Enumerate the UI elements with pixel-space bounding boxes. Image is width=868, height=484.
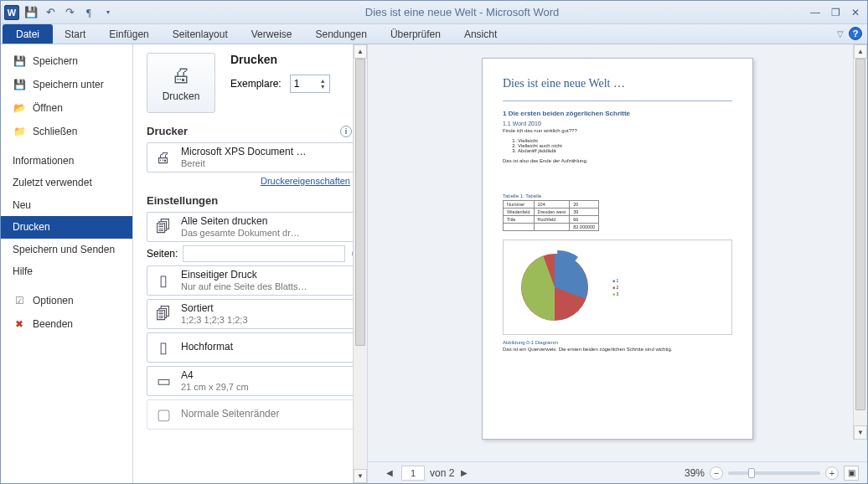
doc-table: Nummer10420 WiedenfeldDresden west39 Tit… xyxy=(503,200,599,231)
printer-select[interactable]: 🖨 Microsoft XPS Document … Bereit ▼ xyxy=(147,142,364,172)
zoom-in-button[interactable]: + xyxy=(825,466,839,480)
close-doc-icon: 📁 xyxy=(13,125,26,138)
collate-icon: 🗐 xyxy=(152,303,174,325)
show-marks-button[interactable]: ¶ xyxy=(80,3,98,22)
tab-mailings[interactable]: Sendungen xyxy=(303,24,378,44)
doc-title: Dies ist eine neue Welt … xyxy=(503,77,732,90)
collate-select[interactable]: 🗐 Sortiert1;2;3 1;2;3 1;2;3 ▼ xyxy=(147,299,364,329)
nav-exit-label: Beenden xyxy=(33,318,73,330)
page-total-label: von 2 xyxy=(430,467,454,479)
quick-access-toolbar: W 💾 ↶ ↷ ¶ ▾ xyxy=(4,3,117,22)
fit-to-window-button[interactable]: ▣ xyxy=(844,466,859,481)
scroll-up-button[interactable]: ▲ xyxy=(854,44,867,59)
pages-input[interactable] xyxy=(183,245,345,262)
nav-print[interactable]: Drucken xyxy=(1,216,132,238)
redo-button[interactable]: ↷ xyxy=(60,3,79,22)
save-icon: 💾 xyxy=(13,54,26,68)
printer-properties-link[interactable]: Druckereigenschaften xyxy=(147,176,350,186)
printer-section-heading: Drucker xyxy=(147,125,188,137)
preview-status-bar: ◀ 1 von 2 ▶ 39% − + ▣ xyxy=(368,461,867,483)
nav-info-label: Informationen xyxy=(13,155,74,167)
nav-exit[interactable]: ✖Beenden xyxy=(1,312,132,336)
nav-save-label: Speichern xyxy=(33,55,78,67)
copies-input[interactable]: 1 ▲▼ xyxy=(290,75,330,93)
open-folder-icon: 📂 xyxy=(13,101,26,115)
printer-info-icon[interactable]: i xyxy=(340,126,352,137)
minimize-button[interactable]: — xyxy=(807,6,824,19)
exit-icon: ✖ xyxy=(13,317,26,331)
options-icon: ☑ xyxy=(13,294,26,307)
backstage: 💾Speichern 💾Speichern unter 📂Öffnen 📁Sch… xyxy=(1,44,867,483)
zoom-label: 39% xyxy=(685,467,705,479)
scroll-down-button[interactable]: ▼ xyxy=(354,469,367,483)
nav-recent[interactable]: Zuletzt verwendet xyxy=(1,172,132,193)
nav-open[interactable]: 📂Öffnen xyxy=(1,96,132,120)
print-panel: 🖨 Drucken Drucken Exemplare: 1 ▲▼ Drucke… xyxy=(133,44,368,483)
nav-info[interactable]: Informationen xyxy=(1,150,132,172)
undo-button[interactable]: ↶ xyxy=(41,3,59,22)
zoom-out-button[interactable]: − xyxy=(710,466,723,480)
print-button[interactable]: 🖨 Drucken xyxy=(147,53,215,113)
scroll-up-button[interactable]: ▲ xyxy=(354,44,367,59)
doc-h1: 1 Die ersten beiden zögerlichen Schritte xyxy=(503,110,732,117)
page-number-field[interactable]: 1 xyxy=(401,466,425,481)
tab-references[interactable]: Verweise xyxy=(240,24,304,44)
print-panel-scrollbar[interactable]: ▲ ▼ xyxy=(353,44,367,483)
tab-start[interactable]: Start xyxy=(53,24,97,44)
file-tab[interactable]: Datei xyxy=(3,24,53,44)
prev-page-button[interactable]: ◀ xyxy=(383,466,396,480)
orient-title: Hochformat xyxy=(181,342,233,353)
scroll-down-button[interactable]: ▼ xyxy=(854,425,867,440)
nav-help[interactable]: Hilfe xyxy=(1,260,132,282)
nav-help-label: Hilfe xyxy=(13,265,33,277)
scope-sub: Das gesamte Dokument dr… xyxy=(181,228,300,238)
zoom-slider[interactable] xyxy=(728,471,820,475)
tab-insert[interactable]: Einfügen xyxy=(97,24,160,44)
nav-options[interactable]: ☑Optionen xyxy=(1,289,132,312)
paper-select[interactable]: ▭ A421 cm x 29,7 cm ▼ xyxy=(147,366,364,396)
copies-label: Exemplare: xyxy=(230,78,282,90)
title-bar: W 💾 ↶ ↷ ¶ ▾ Dies ist eine neue Welt - Mi… xyxy=(1,1,867,24)
scope-title: Alle Seiten drucken xyxy=(181,216,300,227)
ribbon-minimize-icon[interactable]: ▽ xyxy=(837,29,844,39)
printer-device-icon: 🖨 xyxy=(152,147,174,168)
preview-scrollbar[interactable]: ▲ ▼ xyxy=(853,44,867,440)
fig-caption: Abbildung 0-1 Diagramm xyxy=(503,340,732,345)
restore-button[interactable]: ❐ xyxy=(827,6,844,19)
tab-review[interactable]: Überprüfen xyxy=(379,24,452,44)
tab-view[interactable]: Ansicht xyxy=(452,24,509,44)
orientation-select[interactable]: ▯ Hochformat ▼ xyxy=(147,332,364,363)
nav-savesend-label: Speichern und Senden xyxy=(13,244,115,255)
copies-spinner[interactable]: ▲▼ xyxy=(320,78,326,90)
collate-title: Sortiert xyxy=(181,303,248,314)
printer-status: Bereit xyxy=(181,158,306,168)
page-single-icon: ▯ xyxy=(152,270,174,291)
zoom-controls: 39% − + ▣ xyxy=(685,466,859,481)
save-qat-button[interactable]: 💾 xyxy=(22,3,40,22)
preview-page: Dies ist eine neue Welt … 1 Die ersten b… xyxy=(482,58,753,440)
pages-label: Seiten: xyxy=(147,248,178,260)
nav-save-as[interactable]: 💾Speichern unter xyxy=(1,73,132,96)
tab-pagelayout[interactable]: Seitenlayout xyxy=(161,24,240,44)
window-title: Dies ist eine neue Welt - Microsoft Word xyxy=(117,6,807,18)
nav-close[interactable]: 📁Schließen xyxy=(1,120,132,143)
nav-recent-label: Zuletzt verwendet xyxy=(13,177,92,188)
nav-save[interactable]: 💾Speichern xyxy=(1,49,132,73)
nav-close-label: Schließen xyxy=(33,126,77,137)
nav-new[interactable]: Neu xyxy=(1,194,132,216)
print-scope-select[interactable]: 🗐 Alle Seiten druckenDas gesamte Dokumen… xyxy=(147,212,364,242)
doc-chart: ■ 1 ■ 2 ■ 3 xyxy=(503,239,732,335)
qat-more-button[interactable]: ▾ xyxy=(99,3,117,22)
next-page-button[interactable]: ▶ xyxy=(457,466,471,480)
help-icon[interactable]: ? xyxy=(849,27,862,40)
doc-end: Das ist also das Ende der Aufzählung. xyxy=(503,158,732,163)
close-window-button[interactable]: ✕ xyxy=(847,6,864,19)
margins-select[interactable]: ▢ Normale Seitenränder ▼ xyxy=(147,399,364,430)
doc-q: Finde ich das nun wirklich gut??? xyxy=(503,128,732,133)
duplex-select[interactable]: ▯ Einseitiger DruckNur auf eine Seite de… xyxy=(147,265,364,296)
doc-foot: Das ist ein Querverweis: Die ersten beid… xyxy=(503,347,732,352)
nav-save-send[interactable]: Speichern und Senden xyxy=(1,239,132,260)
print-button-label: Drucken xyxy=(163,90,200,102)
table-caption: Tabelle 1: Tabelle xyxy=(503,193,732,198)
paper-sub: 21 cm x 29,7 cm xyxy=(181,382,249,392)
